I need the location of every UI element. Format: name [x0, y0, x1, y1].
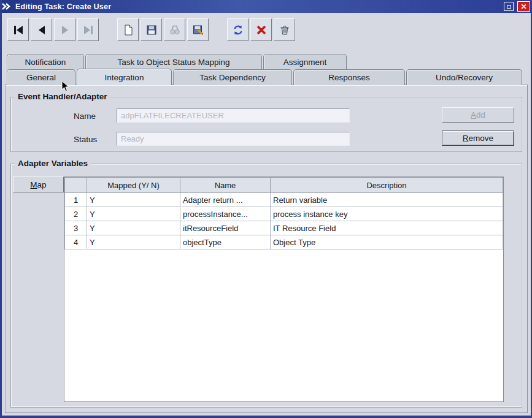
- trash-button[interactable]: [274, 18, 295, 41]
- tab-assignment[interactable]: Assignment: [263, 54, 347, 70]
- table-row[interactable]: 3YitResourceFieldIT Resource Field: [65, 221, 503, 235]
- find-icon: [169, 24, 181, 36]
- previous-record-icon: [36, 24, 48, 36]
- tab-notification[interactable]: Notification: [7, 54, 84, 70]
- row-number-cell: 2: [65, 207, 87, 221]
- tab-task-to-object-status-mapping[interactable]: Task to Object Status Mapping: [85, 54, 262, 70]
- save-form-button[interactable]: [141, 18, 162, 41]
- delete-button[interactable]: [250, 18, 272, 41]
- column-header[interactable]: Mapped (Y/ N): [87, 178, 180, 193]
- find-button: [164, 18, 185, 41]
- row-header-column[interactable]: [65, 178, 87, 193]
- save-as-button[interactable]: [187, 18, 209, 41]
- integration-tab-panel: Event Handler/Adapter Name Status Add Re…: [5, 85, 528, 413]
- adapter-variables-tbody: 1YAdapter return ...Return variable2Ypro…: [65, 193, 503, 249]
- restore-icon: [507, 5, 511, 9]
- table-cell: Object Type: [271, 235, 503, 249]
- tab-integration[interactable]: Integration: [77, 69, 172, 85]
- delete-icon: [255, 24, 268, 36]
- mouse-cursor: [61, 80, 70, 94]
- tab-row-primary: General Integration Task Dependency Resp…: [7, 69, 522, 85]
- column-header[interactable]: Description: [271, 178, 503, 193]
- adapter-variables-legend: Adapter Variables: [15, 159, 91, 168]
- table-cell: itResourceField: [180, 221, 271, 235]
- window-title: Editing Task: Create User: [15, 2, 111, 11]
- name-label: Name: [74, 112, 96, 121]
- first-record-button[interactable]: [7, 18, 29, 41]
- status-field: [117, 132, 350, 146]
- new-form-icon: [122, 24, 134, 36]
- tab-responses[interactable]: Responses: [293, 69, 405, 85]
- app-chevrons-icon: [2, 2, 12, 11]
- table-cell: processInstance...: [180, 207, 271, 221]
- table-cell: Return variable: [271, 193, 503, 207]
- row-number-cell: 4: [65, 235, 87, 249]
- status-label: Status: [74, 135, 97, 144]
- close-icon: ✕: [520, 3, 526, 10]
- new-form-button[interactable]: [117, 18, 139, 41]
- table-cell: process instance key: [271, 207, 503, 221]
- row-number-cell: 3: [65, 221, 87, 235]
- remove-button[interactable]: Remove: [442, 131, 514, 146]
- table-row[interactable]: 1YAdapter return ...Return variable: [65, 193, 503, 207]
- refresh-button[interactable]: [227, 18, 249, 41]
- save-form-icon: [145, 24, 158, 36]
- next-record-button: [54, 18, 75, 41]
- save-as-icon: [192, 24, 204, 36]
- table-row[interactable]: 4YobjectTypeObject Type: [65, 235, 503, 249]
- title-bar: Editing Task: Create User ✕: [0, 0, 532, 13]
- event-handler-adapter-group: Event Handler/Adapter Name Status Add Re…: [10, 97, 522, 152]
- last-record-button: [77, 18, 99, 41]
- table-cell: Y: [87, 221, 180, 235]
- last-record-icon: [82, 24, 94, 36]
- editing-task-window: Editing Task: Create User ✕: [0, 0, 532, 418]
- tab-undo-recovery[interactable]: Undo/Recovery: [406, 69, 522, 85]
- toolbar: [7, 18, 314, 41]
- adapter-variables-group: Adapter Variables Map Mapped (Y/ N)NameD…: [10, 164, 522, 408]
- table-cell: IT Resource Field: [271, 221, 503, 235]
- tab-task-dependency[interactable]: Task Dependency: [173, 69, 292, 85]
- tab-row-secondary: Notification Task to Object Status Mappi…: [7, 54, 347, 70]
- first-record-icon: [12, 24, 25, 36]
- row-number-cell: 1: [65, 193, 87, 207]
- name-field: [117, 108, 350, 123]
- refresh-icon: [232, 24, 244, 36]
- adapter-variables-table[interactable]: Mapped (Y/ N)NameDescription 1YAdapter r…: [64, 177, 504, 402]
- table-cell: Y: [87, 235, 180, 249]
- table-cell: Adapter return ...: [180, 193, 271, 207]
- table-row[interactable]: 2YprocessInstance...process instance key: [65, 207, 503, 221]
- table-cell: objectType: [180, 235, 271, 249]
- next-record-icon: [59, 24, 71, 36]
- trash-icon: [279, 24, 291, 36]
- map-button[interactable]: Map: [13, 177, 64, 192]
- close-button[interactable]: ✕: [517, 1, 530, 12]
- table-cell: Y: [87, 193, 180, 207]
- column-header[interactable]: Name: [180, 178, 271, 193]
- previous-record-button[interactable]: [31, 18, 52, 41]
- restore-button[interactable]: [504, 2, 514, 11]
- table-cell: Y: [87, 207, 180, 221]
- adapter-variables-header-row: Mapped (Y/ N)NameDescription: [65, 178, 503, 193]
- add-button: Add: [442, 107, 514, 123]
